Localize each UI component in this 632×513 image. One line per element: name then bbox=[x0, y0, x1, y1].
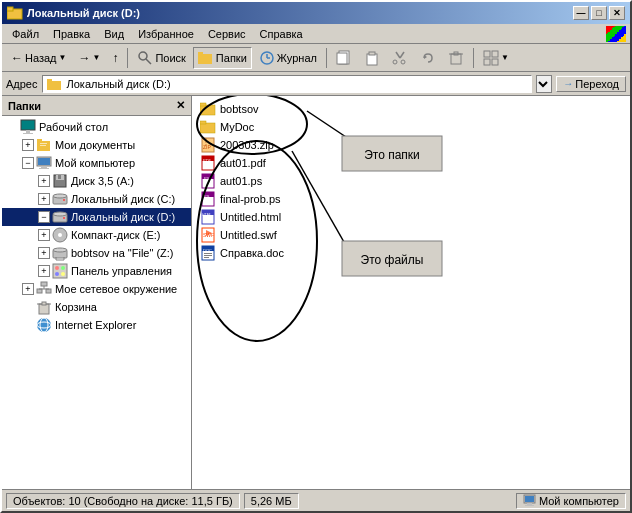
sidebar-item-controlpanel[interactable]: + Панель управления bbox=[2, 262, 191, 280]
folders-label: Папки bbox=[216, 52, 247, 64]
sidebar-item-diskd[interactable]: − Локальный диск (D:) bbox=[2, 208, 191, 226]
expander-plus-diskc[interactable]: + bbox=[38, 193, 50, 205]
svg-point-65 bbox=[37, 318, 51, 332]
size-text: 5,26 МБ bbox=[251, 495, 292, 507]
file-item-finalps[interactable]: PS final-prob.ps bbox=[196, 190, 626, 208]
sidebar-item-ie[interactable]: Internet Explorer bbox=[2, 316, 191, 334]
maximize-button[interactable]: □ bbox=[591, 6, 607, 20]
sidebar-item-diskc[interactable]: + Локальный диск (C:) bbox=[2, 190, 191, 208]
svg-rect-69 bbox=[200, 103, 206, 106]
file-item-zip[interactable]: ZIP 200303.zip bbox=[196, 136, 626, 154]
svg-rect-12 bbox=[369, 52, 375, 55]
delete-button[interactable] bbox=[443, 47, 469, 69]
cut-button[interactable] bbox=[387, 47, 413, 69]
svg-point-53 bbox=[61, 266, 65, 270]
sidebar-item-mycomputer[interactable]: − Мой компьютер bbox=[2, 154, 191, 172]
sidebar-item-trash[interactable]: Корзина bbox=[2, 298, 191, 316]
address-bar: Адрес Локальный диск (D:) → Переход bbox=[2, 72, 630, 96]
sidebar-item-network[interactable]: + Мое сетевое окружение bbox=[2, 280, 191, 298]
file-item-bobtsov[interactable]: bobtsov bbox=[196, 100, 626, 118]
diskc-icon bbox=[52, 191, 68, 207]
diskd-icon bbox=[52, 209, 68, 225]
file-item-html[interactable]: HTML Untitled.html bbox=[196, 208, 626, 226]
up-button[interactable]: ↑ bbox=[107, 48, 123, 68]
forward-button[interactable]: → ▼ bbox=[73, 48, 105, 68]
menu-tools[interactable]: Сервис bbox=[202, 27, 252, 41]
back-button[interactable]: ← Назад ▼ bbox=[6, 48, 71, 68]
menu-view[interactable]: Вид bbox=[98, 27, 130, 41]
sidebar-item-mydocs[interactable]: + Мои документы bbox=[2, 136, 191, 154]
floppy-icon bbox=[52, 173, 68, 189]
copy-button[interactable] bbox=[331, 47, 357, 69]
svg-rect-31 bbox=[37, 139, 42, 142]
folders-icon bbox=[198, 50, 214, 66]
ps-icon: PS bbox=[200, 173, 216, 189]
menu-file[interactable]: Файл bbox=[6, 27, 45, 41]
menu-edit[interactable]: Правка bbox=[47, 27, 96, 41]
forward-icon: → bbox=[78, 51, 90, 65]
expander-plus-diske[interactable]: + bbox=[38, 229, 50, 241]
file-item-ps[interactable]: PS aut01.ps bbox=[196, 172, 626, 190]
expander-plus-controlpanel[interactable]: + bbox=[38, 265, 50, 277]
svg-rect-27 bbox=[21, 120, 35, 130]
svg-rect-94 bbox=[204, 255, 212, 256]
paste-icon bbox=[364, 50, 380, 66]
html-icon: HTML bbox=[200, 209, 216, 225]
file-name: Untitled.swf bbox=[220, 229, 277, 241]
expander-plus-diskz[interactable]: + bbox=[38, 247, 50, 259]
menu-help[interactable]: Справка bbox=[254, 27, 309, 41]
history-icon bbox=[259, 50, 275, 66]
address-field[interactable]: Локальный диск (D:) bbox=[42, 75, 533, 93]
title-buttons: — □ ✕ bbox=[573, 6, 625, 20]
mydocs-icon bbox=[36, 137, 52, 153]
sidebar-content[interactable]: Рабочий стол + Мои документы bbox=[2, 116, 191, 489]
undo-button[interactable] bbox=[415, 47, 441, 69]
expander-minus-diskd[interactable]: − bbox=[38, 211, 50, 223]
svg-rect-33 bbox=[40, 145, 46, 146]
folders-button[interactable]: Папки bbox=[193, 47, 252, 69]
sidebar-close-button[interactable]: ✕ bbox=[176, 99, 185, 112]
search-button[interactable]: Поиск bbox=[132, 47, 190, 69]
file-item-swf[interactable]: SWF Untitled.swf bbox=[196, 226, 626, 244]
title-folder-icon bbox=[7, 5, 23, 21]
status-right: Мой компьютер bbox=[516, 493, 626, 509]
close-button[interactable]: ✕ bbox=[609, 6, 625, 20]
search-label: Поиск bbox=[155, 52, 185, 64]
sidebar-item-label: Локальный диск (C:) bbox=[71, 193, 175, 205]
file-item-mydoc[interactable]: MyDoc bbox=[196, 118, 626, 136]
pdf-icon: PDF bbox=[200, 155, 216, 171]
toolbar: ← Назад ▼ → ▼ ↑ Поиск Папки bbox=[2, 44, 630, 72]
file-item-pdf[interactable]: PDF aut01.pdf bbox=[196, 154, 626, 172]
svg-line-14 bbox=[400, 52, 404, 58]
file-name: Untitled.html bbox=[220, 211, 281, 223]
minimize-button[interactable]: — bbox=[573, 6, 589, 20]
sidebar-item-label: Диск 3,5 (A:) bbox=[71, 175, 134, 187]
file-list: bobtsov MyDoc bbox=[192, 96, 630, 266]
svg-point-50 bbox=[53, 248, 67, 252]
menu-favorites[interactable]: Избранное bbox=[132, 27, 200, 41]
history-button[interactable]: Журнал bbox=[254, 47, 322, 69]
back-dropdown-icon: ▼ bbox=[59, 53, 67, 62]
file-area[interactable]: bobtsov MyDoc bbox=[192, 96, 630, 489]
svg-point-54 bbox=[55, 272, 59, 276]
back-icon: ← bbox=[11, 51, 23, 65]
network-icon bbox=[36, 281, 52, 297]
status-computer: Мой компьютер bbox=[516, 493, 626, 509]
sidebar-item-floppya[interactable]: + Диск 3,5 (A:) bbox=[2, 172, 191, 190]
address-dropdown[interactable] bbox=[536, 75, 552, 93]
file-item-doc[interactable]: DOC Справка.doc bbox=[196, 244, 626, 262]
go-button[interactable]: → Переход bbox=[556, 76, 626, 92]
sidebar-item-diske[interactable]: + Компакт-диск (E:) bbox=[2, 226, 191, 244]
svg-point-45 bbox=[53, 212, 67, 216]
expander-minus-mycomputer[interactable]: − bbox=[22, 157, 34, 169]
expander-plus-mydocs[interactable]: + bbox=[22, 139, 34, 151]
expander-plus-network[interactable]: + bbox=[22, 283, 34, 295]
paste-button[interactable] bbox=[359, 47, 385, 69]
title-bar-left: Локальный диск (D:) bbox=[7, 5, 140, 21]
views-button[interactable]: ▼ bbox=[478, 47, 514, 69]
expander-plus-floppya[interactable]: + bbox=[38, 175, 50, 187]
controlpanel-icon bbox=[52, 263, 68, 279]
undo-icon bbox=[420, 50, 436, 66]
sidebar-item-desktop[interactable]: Рабочий стол bbox=[2, 118, 191, 136]
sidebar-item-diskz[interactable]: + bobtsov на "File" (Z:) bbox=[2, 244, 191, 262]
